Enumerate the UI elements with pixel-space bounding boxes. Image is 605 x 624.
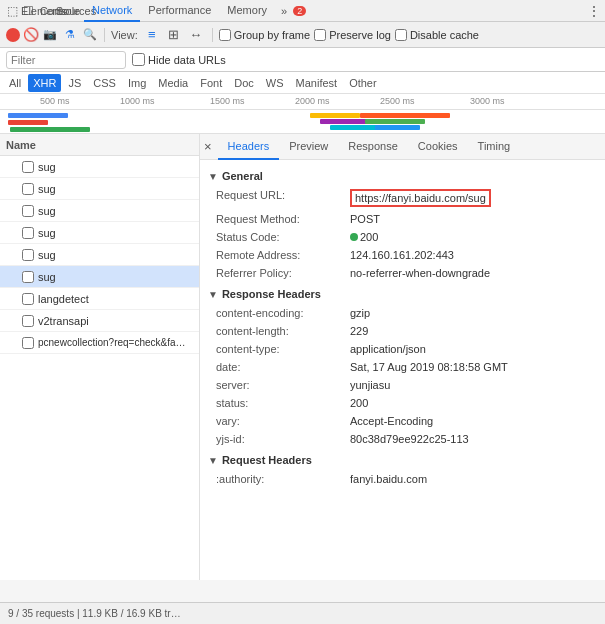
referrer-policy-value: no-referrer-when-downgrade xyxy=(350,267,490,279)
header-status: status: 200 xyxy=(216,394,597,412)
header-key: server: xyxy=(216,379,346,391)
preserve-log-label[interactable]: Preserve log xyxy=(314,29,391,41)
item-checkbox[interactable] xyxy=(22,249,34,261)
item-checkbox[interactable] xyxy=(22,227,34,239)
header-key: content-type: xyxy=(216,343,346,355)
marker-500: 500 ms xyxy=(40,96,70,106)
timeline-bar-3 xyxy=(10,127,90,132)
type-other[interactable]: Other xyxy=(344,74,382,92)
filter-input[interactable] xyxy=(6,51,126,69)
search-icon[interactable]: 🔍 xyxy=(82,27,98,43)
list-item[interactable]: v2transapi xyxy=(0,310,199,332)
more-menu[interactable]: ⋮ xyxy=(587,3,601,19)
item-checkbox[interactable] xyxy=(22,293,34,305)
general-section-header[interactable]: ▼ General xyxy=(208,164,597,186)
header-server: server: yunjiasu xyxy=(216,376,597,394)
waterfall-view-icon[interactable]: ↔ xyxy=(188,27,204,43)
type-xhr[interactable]: XHR xyxy=(28,74,61,92)
request-headers-section-header[interactable]: ▼ Request Headers xyxy=(208,448,597,470)
request-headers-arrow: ▼ xyxy=(208,455,218,466)
timeline-bar-1 xyxy=(8,113,68,118)
header-vary: vary: Accept-Encoding xyxy=(216,412,597,430)
timeline: 500 ms 1000 ms 1500 ms 2000 ms 2500 ms 3… xyxy=(0,94,605,134)
header-key: date: xyxy=(216,361,346,373)
timeline-bars xyxy=(0,110,605,134)
grid-view-icon[interactable]: ⊞ xyxy=(166,27,182,43)
list-item[interactable]: pcnewcollection?req=check&fa… xyxy=(0,332,199,354)
timeline-bar-7 xyxy=(360,113,450,118)
record-button[interactable] xyxy=(6,28,20,42)
tab-overflow[interactable]: » xyxy=(277,3,291,19)
devtools-tab-bar: ⬚ ☐ Elements Console Sources Network Per… xyxy=(0,0,605,22)
disable-cache-checkbox[interactable] xyxy=(395,29,407,41)
hide-data-urls-checkbox[interactable] xyxy=(132,53,145,66)
header-value: Sat, 17 Aug 2019 08:18:58 GMT xyxy=(350,361,508,373)
type-font[interactable]: Font xyxy=(195,74,227,92)
tab-performance[interactable]: Performance xyxy=(140,0,219,22)
header-key: vary: xyxy=(216,415,346,427)
type-img[interactable]: Img xyxy=(123,74,151,92)
timeline-bar-8 xyxy=(365,119,425,124)
detail-tab-timing[interactable]: Timing xyxy=(468,134,521,160)
header-content-encoding: content-encoding: gzip xyxy=(216,304,597,322)
item-checkbox[interactable] xyxy=(22,337,34,349)
type-all[interactable]: All xyxy=(4,74,26,92)
status-bar: 9 / 35 requests | 11.9 KB / 16.9 KB tr… xyxy=(0,602,605,624)
response-headers-arrow: ▼ xyxy=(208,289,218,300)
remote-address-row: Remote Address: 124.160.161.202:443 xyxy=(216,246,597,264)
marker-3000: 3000 ms xyxy=(470,96,505,106)
request-url-row: Request URL: https://fanyi.baidu.com/sug xyxy=(216,186,597,210)
preserve-log-checkbox[interactable] xyxy=(314,29,326,41)
header-content-length: content-length: 229 xyxy=(216,322,597,340)
header-key: content-length: xyxy=(216,325,346,337)
filter-icon[interactable]: ⚗ xyxy=(62,27,78,43)
item-checkbox[interactable] xyxy=(22,315,34,327)
list-item[interactable]: sug xyxy=(0,200,199,222)
item-checkbox[interactable] xyxy=(22,205,34,217)
status-text: 9 / 35 requests | 11.9 KB / 16.9 KB tr… xyxy=(8,608,181,619)
group-by-frame-checkbox[interactable] xyxy=(219,29,231,41)
item-checkbox[interactable] xyxy=(22,183,34,195)
clear-button[interactable]: 🚫 xyxy=(24,28,38,42)
status-code-row: Status Code: 200 xyxy=(216,228,597,246)
list-item[interactable]: sug xyxy=(0,222,199,244)
list-view-icon[interactable]: ≡ xyxy=(144,27,160,43)
close-detail-button[interactable]: × xyxy=(204,139,212,154)
request-method-label: Request Method: xyxy=(216,213,346,225)
type-media[interactable]: Media xyxy=(153,74,193,92)
hide-data-urls-label[interactable]: Hide data URLs xyxy=(132,53,226,66)
response-headers-section-header[interactable]: ▼ Response Headers xyxy=(208,282,597,304)
header-key: :authority: xyxy=(216,473,346,485)
request-method-row: Request Method: POST xyxy=(216,210,597,228)
item-checkbox[interactable] xyxy=(22,161,34,173)
camera-icon[interactable]: 📷 xyxy=(42,27,58,43)
type-js[interactable]: JS xyxy=(63,74,86,92)
timeline-bar-2 xyxy=(8,120,48,125)
network-toolbar: 🚫 📷 ⚗ 🔍 View: ≡ ⊞ ↔ Group by frame Prese… xyxy=(0,22,605,48)
list-item-selected[interactable]: sug xyxy=(0,266,199,288)
detail-tab-response[interactable]: Response xyxy=(338,134,408,160)
list-item[interactable]: sug xyxy=(0,244,199,266)
request-url-value: https://fanyi.baidu.com/sug xyxy=(350,189,491,207)
inspect-icon[interactable]: ⬚ xyxy=(4,3,20,19)
detail-tab-cookies[interactable]: Cookies xyxy=(408,134,468,160)
detail-tab-headers[interactable]: Headers xyxy=(218,134,280,160)
type-ws[interactable]: WS xyxy=(261,74,289,92)
list-item[interactable]: langdetect xyxy=(0,288,199,310)
header-value: Accept-Encoding xyxy=(350,415,433,427)
detail-tab-preview[interactable]: Preview xyxy=(279,134,338,160)
tab-sources[interactable]: Sources xyxy=(68,3,84,19)
group-by-frame-label[interactable]: Group by frame xyxy=(219,29,310,41)
list-item[interactable]: sug xyxy=(0,156,199,178)
disable-cache-label[interactable]: Disable cache xyxy=(395,29,479,41)
tab-network[interactable]: Network xyxy=(84,0,140,22)
header-value: 229 xyxy=(350,325,368,337)
type-manifest[interactable]: Manifest xyxy=(291,74,343,92)
header-value: gzip xyxy=(350,307,370,319)
list-item[interactable]: sug xyxy=(0,178,199,200)
type-css[interactable]: CSS xyxy=(88,74,121,92)
tab-memory[interactable]: Memory xyxy=(219,0,275,22)
type-doc[interactable]: Doc xyxy=(229,74,259,92)
item-checkbox[interactable] xyxy=(22,271,34,283)
response-headers-section-body: content-encoding: gzip content-length: 2… xyxy=(208,304,597,448)
